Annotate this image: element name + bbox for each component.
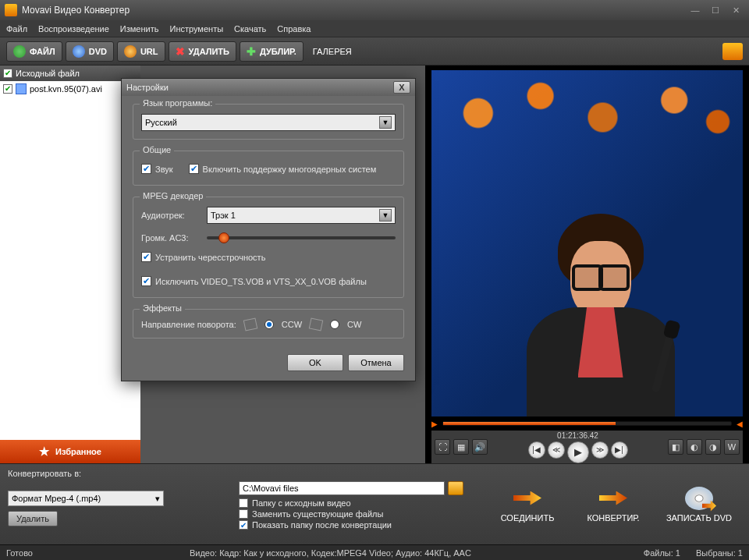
player-controls: ⛶ ▦ 🔊 01:21:36.42 |◀ ≪ ▶ ≫ ▶| ◧ ◐ ◑ W (431, 431, 743, 463)
help-icon[interactable] (722, 43, 743, 60)
menu-help[interactable]: Справка (277, 24, 311, 34)
globe-icon (124, 45, 137, 58)
dvd-icon (685, 487, 713, 510)
status-files: Файлы: 1 (644, 548, 680, 558)
status-ready: Готово (6, 548, 33, 558)
effects-group: Эффекты Направление поворота: CCW CW (133, 309, 404, 338)
status-bar: Готово Видео: Кадр: Как у исходного, Код… (0, 544, 749, 560)
ok-button[interactable]: OK (287, 354, 343, 371)
settings-dialog: Настройки X Язык программы: Русский▼ Общ… (121, 78, 416, 381)
language-select[interactable]: Русский▼ (141, 114, 396, 131)
delete-button[interactable]: ✖УДАЛИТЬ (169, 41, 236, 62)
add-dvd-button[interactable]: DVD (66, 41, 114, 62)
replace-label: Заменить существующие файлы (252, 509, 383, 519)
x-icon: ✖ (176, 45, 185, 58)
src-folder-checkbox[interactable] (239, 498, 248, 508)
maximize-button[interactable]: ☐ (707, 4, 724, 16)
rewind-button[interactable]: ≪ (548, 441, 565, 459)
contrast-button[interactable]: ◑ (705, 439, 721, 455)
general-group-label: Общие (140, 145, 174, 154)
file-list-panel: ✔ Исходный файл ✔ post.kvn.95(07).avi Из… (0, 66, 140, 463)
crop-tool-button[interactable]: ⛶ (435, 439, 450, 455)
seek-bar[interactable] (442, 421, 732, 426)
ccw-label: CCW (282, 320, 302, 329)
titlebar: Movavi Видео Конвертер — ☐ ✕ (0, 0, 749, 20)
sound-label: Звук (155, 165, 173, 174)
preview-panel: ▶ ◀ ⛶ ▦ 🔊 01:21:36.42 |◀ ≪ ▶ ≫ ▶| ◧ ◐ ◑ … (425, 66, 749, 463)
forward-button[interactable]: ≫ (591, 441, 609, 459)
mpeg-group-label: MPEG декодер (140, 191, 206, 200)
src-folder-label: Папку с исходным видео (252, 498, 351, 508)
format-select[interactable]: Формат Mpeg-4 (.mp4)▾ (8, 491, 164, 506)
skip-end-button[interactable]: ▶| (611, 441, 628, 459)
gallery-button[interactable]: ГАЛЕРЕЯ (307, 41, 358, 62)
file-list-header: ✔ Исходный файл (0, 66, 140, 81)
menu-tools[interactable]: Инструменты (169, 24, 223, 34)
exclude-vob-checkbox[interactable]: ✔ (141, 276, 151, 286)
multicore-label: Включить поддержку многоядерных систем (203, 165, 377, 174)
output-path-input[interactable]: C:\Movavi files (239, 481, 445, 495)
volume-button[interactable]: 🔊 (472, 439, 488, 455)
sound-checkbox[interactable]: ✔ (141, 164, 151, 174)
language-group-label: Язык программы: (140, 98, 215, 108)
select-all-checkbox[interactable]: ✔ (3, 69, 12, 78)
rotate-ccw-icon (243, 317, 258, 331)
dialog-titlebar[interactable]: Настройки X (122, 79, 415, 96)
menu-edit[interactable]: Изменить (120, 24, 159, 34)
filmstrip-button[interactable]: ▦ (453, 439, 469, 455)
browse-folder-button[interactable] (448, 481, 463, 495)
plus-icon: ✚ (247, 45, 256, 58)
status-selected: Выбраны: 1 (696, 548, 743, 558)
slider-thumb[interactable] (218, 232, 229, 243)
mpeg-group: MPEG декодер Аудиотрек: Трэк 1▼ Громк. A… (133, 197, 404, 298)
close-button[interactable]: ✕ (727, 4, 744, 16)
skip-start-button[interactable]: |◀ (528, 441, 545, 459)
dialog-title: Настройки (126, 83, 393, 92)
mark-out-icon[interactable]: ◀ (737, 420, 743, 428)
replace-checkbox[interactable] (239, 509, 248, 519)
menu-download[interactable]: Скачать (234, 24, 266, 34)
menu-file[interactable]: Файл (6, 24, 27, 34)
watermark-button[interactable]: W (724, 439, 740, 455)
menu-play[interactable]: Воспроизведение (38, 24, 109, 34)
audiotrack-select[interactable]: Трэк 1▼ (207, 207, 396, 224)
burn-dvd-button[interactable]: ЗАПИСАТЬ DVD (660, 477, 738, 532)
join-button[interactable]: СОЕДИНИТЬ (488, 477, 566, 532)
add-file-button[interactable]: ФАЙЛ (6, 41, 62, 62)
exclude-vob-label: Исключить VIDEO_TS.VOB и VTS_XX_0.VOB фа… (155, 277, 367, 286)
join-icon (513, 487, 541, 510)
general-group: Общие ✔Звук ✔Включить поддержку многояде… (133, 151, 404, 186)
mark-in-icon[interactable]: ▶ (431, 420, 438, 428)
duplicate-button[interactable]: ✚ДУБЛИР. (240, 41, 304, 62)
app-logo-icon (5, 4, 17, 16)
cancel-button[interactable]: Отмена (348, 354, 404, 371)
delete-preset-button[interactable]: Удалить (8, 511, 58, 526)
video-preview[interactable] (431, 70, 743, 416)
deinterlace-checkbox[interactable]: ✔ (141, 252, 151, 262)
bottom-panel: Конвертировать в: Формат Mpeg-4 (.mp4)▾ … (0, 463, 749, 544)
convert-button[interactable]: КОНВЕРТИР. (574, 477, 652, 532)
window-title: Movavi Видео Конвертер (22, 5, 687, 16)
add-url-button[interactable]: URL (117, 41, 165, 62)
play-button[interactable]: ▶ (567, 441, 589, 463)
multicore-checkbox[interactable]: ✔ (189, 164, 199, 174)
show-folder-checkbox[interactable]: ✔ (239, 520, 248, 530)
ac3-label: Громк. AC3: (141, 233, 201, 243)
rotate-label: Направление поворота: (141, 320, 236, 329)
favorites-button[interactable]: Избранное (0, 440, 140, 463)
timecode: 01:21:36.42 (557, 431, 598, 440)
show-folder-label: Показать папку после конвертации (252, 520, 392, 530)
language-group: Язык программы: Русский▼ (133, 104, 404, 140)
file-name: post.kvn.95(07).avi (30, 84, 102, 94)
file-row[interactable]: ✔ post.kvn.95(07).avi (0, 81, 140, 97)
disc-icon (73, 45, 85, 58)
adjust-button[interactable]: ◐ (687, 439, 702, 455)
minimize-button[interactable]: — (687, 4, 704, 16)
menubar: Файл Воспроизведение Изменить Инструмент… (0, 20, 749, 37)
ac3-volume-slider[interactable] (207, 236, 396, 239)
dialog-close-button[interactable]: X (393, 81, 410, 94)
file-checkbox[interactable]: ✔ (3, 84, 12, 94)
ccw-radio[interactable] (264, 320, 274, 329)
cw-radio[interactable] (330, 320, 339, 329)
crop-button[interactable]: ◧ (668, 439, 683, 455)
